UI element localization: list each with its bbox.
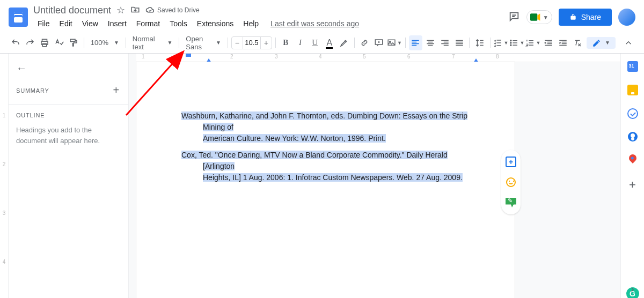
side-panel: + G › [620,54,644,298]
paint-format-button[interactable] [67,35,80,50]
toolbar: 100%▼ Normal text▼ Open Sans▼ − 10.5 + B… [0,32,644,54]
font-size-control: − 10.5 + [231,36,272,49]
menu-edit[interactable]: Edit [55,17,77,30]
menu-bar: File Edit View Insert Format Tools Exten… [33,17,508,30]
numbered-list-button[interactable]: ▼ [525,35,540,50]
decrease-indent-button[interactable] [541,35,555,50]
align-right-button[interactable] [438,35,451,50]
insert-link-button[interactable] [358,35,371,50]
insert-image-button[interactable]: ▼ [387,35,402,50]
print-button[interactable] [38,35,51,50]
menu-extensions[interactable]: Extensions [193,17,238,30]
meet-button[interactable]: ▼ [526,10,552,24]
account-avatar[interactable] [618,9,635,26]
move-icon[interactable] [130,5,140,16]
maps-icon[interactable] [629,154,636,165]
share-button[interactable]: Share [559,9,612,26]
save-status[interactable]: Saved to Drive [145,5,200,15]
underline-button[interactable]: U [308,35,321,50]
suggest-edits-icon[interactable] [504,196,517,209]
app-header: Untitled document ☆ Saved to Drive File … [0,0,644,32]
font-size-input[interactable]: 10.5 [243,37,261,49]
styles-select[interactable]: Normal text▼ [129,35,176,50]
svg-rect-5 [70,39,75,42]
menu-help[interactable]: Help [239,17,263,30]
zoom-select[interactable]: 100%▼ [87,35,122,50]
svg-point-11 [510,44,511,46]
increase-indent-button[interactable] [557,35,570,50]
font-select[interactable]: Open Sans▼ [182,35,224,50]
contacts-icon[interactable] [628,132,638,141]
svg-point-9 [510,40,511,41]
editing-mode-button[interactable]: ▼ [587,37,616,49]
summary-label: SUMMARY [16,87,49,94]
docs-icon[interactable] [9,8,28,27]
tasks-icon[interactable] [627,108,638,119]
document-page[interactable]: Washburn, Katharine, and John F. Thornto… [136,62,515,298]
spellcheck-button[interactable] [53,35,66,50]
clear-formatting-button[interactable] [571,35,584,50]
add-comment-icon[interactable]: + [504,155,517,168]
svg-point-10 [510,42,511,43]
insert-comment-button[interactable] [372,35,386,50]
menu-file[interactable]: File [33,17,54,30]
paragraph-1[interactable]: Washburn, Katharine, and John F. Thornto… [181,110,470,144]
highlight-button[interactable] [337,35,350,50]
font-size-increase[interactable]: + [261,39,272,47]
redo-button[interactable] [23,35,36,50]
align-center-button[interactable] [423,35,437,50]
menu-format[interactable]: Format [132,17,164,30]
menu-view[interactable]: View [78,17,103,30]
last-edit-link[interactable]: Last edit was seconds ago [268,17,361,30]
keep-icon[interactable] [627,85,638,95]
menu-tools[interactable]: Tools [165,17,192,30]
hide-menus-button[interactable] [622,35,635,50]
text-color-button[interactable]: A [323,35,336,50]
doc-title[interactable]: Untitled document [33,5,111,16]
get-addons-icon[interactable]: + [629,178,636,192]
bulleted-list-button[interactable]: ▼ [509,35,524,50]
comment-history-icon[interactable] [508,11,520,24]
horizontal-ruler[interactable]: 1 2 3 4 5 6 7 8 [136,54,644,62]
add-summary-button[interactable]: + [113,84,120,96]
italic-button[interactable]: I [294,35,307,50]
line-spacing-button[interactable] [473,35,486,50]
font-size-decrease[interactable]: − [232,39,243,47]
close-outline-icon[interactable]: ← [16,62,27,74]
paragraph-2[interactable]: Cox, Ted. "Once Daring, MTV Now a Bland … [181,150,470,183]
svg-marker-1 [537,13,540,20]
first-line-indent-marker[interactable] [186,54,191,57]
checklist-button[interactable]: ▼ [493,35,508,50]
outline-sidebar: ← SUMMARY + OUTLINE Headings you add to … [9,54,129,298]
align-left-button[interactable] [409,35,422,50]
bold-button[interactable]: B [279,35,292,50]
outline-hint: Headings you add to the document will ap… [16,125,120,146]
comment-dock: + [501,150,521,214]
star-icon[interactable]: ☆ [116,4,125,16]
calendar-icon[interactable] [627,61,638,72]
add-emoji-icon[interactable] [504,176,517,189]
outline-label: OUTLINE [16,112,120,118]
undo-button[interactable] [9,35,22,50]
svg-rect-0 [530,13,537,20]
align-justify-button[interactable] [452,35,466,50]
vertical-ruler: 1 2 3 4 [0,54,9,298]
menu-insert[interactable]: Insert [104,17,131,30]
hide-side-panel-icon[interactable]: › [631,284,634,295]
